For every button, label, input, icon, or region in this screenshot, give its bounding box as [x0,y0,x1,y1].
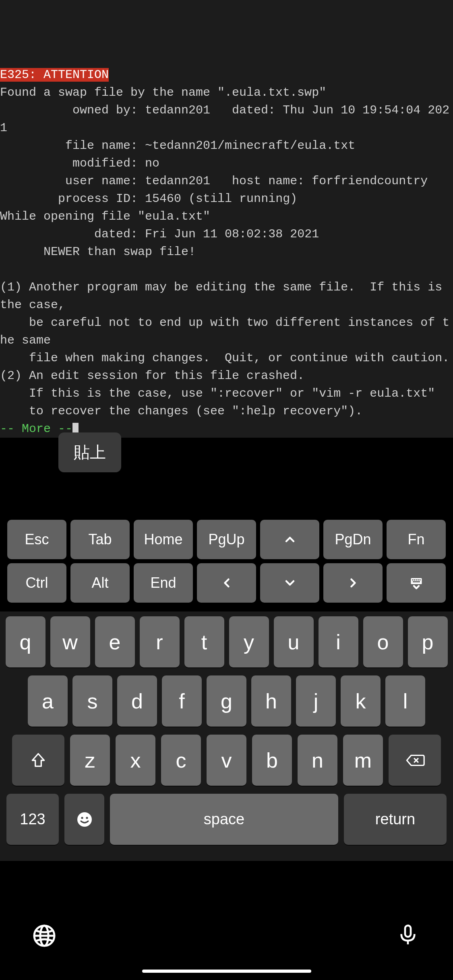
paste-popup[interactable]: 貼上 [58,432,121,472]
process-id-value: 15460 (still running) [145,192,297,206]
key-f[interactable]: f [162,675,202,727]
key-k[interactable]: k [341,675,381,727]
key-a[interactable]: a [28,675,68,727]
fn-key[interactable]: Fn [387,520,446,559]
svg-rect-2 [414,579,415,581]
pgup-key[interactable]: PgUp [197,520,256,559]
backspace-key[interactable] [389,735,441,786]
key-c[interactable]: c [161,735,201,786]
keyboard-row-2: a s d f g h j k l [3,675,450,727]
svg-rect-4 [418,579,419,581]
svg-point-11 [86,817,88,819]
hide-keyboard-key[interactable] [387,563,446,603]
ctrl-key[interactable]: Ctrl [7,563,66,603]
swap-found-line: Found a swap file by the name ".eula.txt… [0,86,326,99]
option2-line-a: (2) An edit session for this file crashe… [0,369,304,383]
keyboard-row-1: q w e r t y u i o p [3,616,450,667]
key-i[interactable]: i [319,616,358,667]
newer-line: NEWER than swap file! [0,245,196,259]
vim-error-header: E325: ATTENTION [0,68,109,82]
option2-line-c: to recover the changes (see ":help recov… [0,404,362,418]
key-t[interactable]: t [184,616,224,667]
key-n[interactable]: n [298,735,337,786]
esc-key[interactable]: Esc [7,520,66,559]
keyboard-row-4: 123 space return [3,794,450,845]
dated-label: dated: [210,103,283,117]
key-y[interactable]: y [229,616,269,667]
pgdn-key[interactable]: PgDn [323,520,383,559]
shift-key[interactable] [12,735,64,786]
key-m[interactable]: m [343,735,383,786]
microphone-icon[interactable] [397,924,421,948]
user-name-label: user name: [0,174,145,188]
user-name-value: tedann201 [145,174,210,188]
owned-by-value: tedann201 [145,103,210,117]
key-z[interactable]: z [70,735,110,786]
key-e[interactable]: e [95,616,135,667]
modified-value: no [145,156,159,170]
qwerty-keyboard: q w e r t y u i o p a s d f g h j k l z … [0,611,453,861]
svg-rect-15 [405,926,411,937]
numeric-key[interactable]: 123 [6,794,59,845]
space-key[interactable]: space [110,794,338,845]
function-key-rows: Esc Tab Home PgUp PgDn Fn Ctrl Alt End [0,515,453,611]
key-o[interactable]: o [363,616,403,667]
emoji-key[interactable] [64,794,104,845]
svg-point-10 [81,817,83,819]
globe-icon[interactable] [32,924,56,948]
file-name-value: ~tedann201/minecraft/eula.txt [145,139,355,152]
key-b[interactable]: b [252,735,292,786]
option1-line-b: be careful not to end up with two differ… [0,316,449,347]
svg-rect-6 [413,581,420,583]
option1-line-a: (1) Another program may be editing the s… [0,280,449,312]
process-id-label: process ID: [0,192,145,206]
key-j[interactable]: j [296,675,336,727]
paste-popup-label: 貼上 [74,443,106,461]
bottom-toolbar [0,908,453,980]
keyboard-row-3: z x c v b n m [3,735,450,786]
key-l[interactable]: l [385,675,425,727]
key-u[interactable]: u [274,616,314,667]
tab-key[interactable]: Tab [70,520,130,559]
svg-point-9 [77,812,92,827]
while-dated-label: dated: [0,227,145,241]
arrow-down-key[interactable] [260,563,319,603]
key-v[interactable]: v [207,735,246,786]
key-g[interactable]: g [207,675,246,727]
arrow-up-key[interactable] [260,520,319,559]
terminal-output: E325: ATTENTION Found a swap file by the… [0,0,453,438]
arrow-right-key[interactable] [323,563,383,603]
home-indicator[interactable] [142,970,311,973]
file-name-label: file name: [0,139,145,152]
key-x[interactable]: x [116,735,155,786]
return-key[interactable]: return [344,794,447,845]
end-key[interactable]: End [134,563,193,603]
host-name-value: forfriendcountry [312,174,428,188]
key-h[interactable]: h [251,675,291,727]
key-q[interactable]: q [6,616,46,667]
home-key[interactable]: Home [134,520,193,559]
key-p[interactable]: p [408,616,448,667]
host-name-label: host name: [210,174,312,188]
svg-rect-3 [416,579,417,581]
modified-label: modified: [0,156,145,170]
while-opening-line: While opening file "eula.txt" [0,210,210,223]
svg-rect-1 [412,579,413,581]
key-d[interactable]: d [117,675,157,727]
while-dated-value: Fri Jun 11 08:02:38 2021 [145,227,319,241]
key-w[interactable]: w [50,616,90,667]
svg-rect-5 [419,579,420,581]
option1-line-c: file when making changes. Quit, or conti… [0,351,449,365]
keyboard-area: Esc Tab Home PgUp PgDn Fn Ctrl Alt End q… [0,515,453,861]
key-r[interactable]: r [140,616,180,667]
alt-key[interactable]: Alt [70,563,130,603]
key-s[interactable]: s [72,675,112,727]
owned-by-label: owned by: [0,103,145,117]
arrow-left-key[interactable] [197,563,256,603]
option2-line-b: If this is the case, use ":recover" or "… [0,387,435,400]
